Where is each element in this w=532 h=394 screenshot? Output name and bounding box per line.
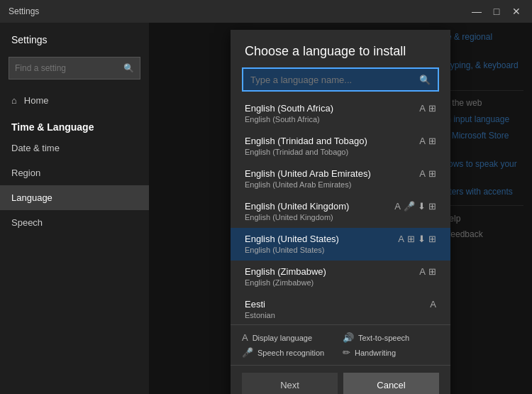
lang-icons: A🎤⬇⊞ <box>394 201 436 212</box>
modal-buttons: Next Cancel <box>231 365 450 394</box>
app-body: Settings 🔍 ⌂ Home Time & Language Date &… <box>0 23 532 394</box>
text-speech-icon: 🔊 <box>343 332 354 343</box>
lang-feature-icon: A <box>419 103 426 114</box>
lang-name: Eesti <box>245 299 265 310</box>
lang-item[interactable]: EestiAEstonian <box>231 293 450 324</box>
lang-feature-icon: ⊞ <box>428 168 436 179</box>
sidebar-header: Settings <box>0 28 149 54</box>
lang-icons: A⊞ <box>419 103 436 114</box>
lang-feature-icon: ⊞ <box>428 103 436 114</box>
lang-feature-icon: A <box>394 201 401 212</box>
lang-feature-icon: A <box>430 299 436 310</box>
sidebar: Settings 🔍 ⌂ Home Time & Language Date &… <box>0 23 149 394</box>
lang-sub: English (South Africa) <box>245 115 436 124</box>
legend-handwriting-label: Handwriting <box>355 349 396 357</box>
sidebar-home-label: Home <box>24 95 49 106</box>
home-icon: ⌂ <box>11 95 17 106</box>
maximize-button[interactable]: □ <box>489 6 504 17</box>
search-icon: 🔍 <box>123 63 134 73</box>
cancel-button[interactable]: Cancel <box>343 373 439 394</box>
lang-feature-icon: A <box>419 266 426 277</box>
sidebar-date-time-label: Date & time <box>11 143 60 153</box>
lang-feature-icon: ⊞ <box>428 201 436 212</box>
lang-item[interactable]: English (South Africa)A⊞English (South A… <box>231 97 450 130</box>
lang-sub: English (United Kingdom) <box>245 213 436 221</box>
sidebar-item-region[interactable]: Region <box>0 160 149 185</box>
legend-text-speech-label: Text-to-speech <box>358 334 409 342</box>
lang-feature-icon: ⊞ <box>428 136 436 146</box>
legend-text-speech: 🔊 Text-to-speech <box>343 332 439 343</box>
sidebar-section-time-language: Time & Language <box>0 113 149 136</box>
lang-feature-icon: A <box>398 234 404 244</box>
lang-item[interactable]: English (Zimbabwe)A⊞English (Zimbabwe) <box>231 261 450 293</box>
lang-feature-icon: ⬇ <box>418 201 426 212</box>
legend-speech-recog-label: Speech recognition <box>257 349 324 357</box>
legend-handwriting: ✏ Handwriting <box>343 347 439 358</box>
lang-sub: English (Zimbabwe) <box>245 278 436 287</box>
lang-sub: English (United States) <box>245 246 436 254</box>
lang-icons: A <box>430 299 436 310</box>
lang-item[interactable]: English (Trinidad and Tobago)A⊞English (… <box>231 130 450 163</box>
lang-item[interactable]: English (United States)A⊞⬇⊞English (Unit… <box>231 228 450 261</box>
lang-feature-icon: 🎤 <box>404 201 415 212</box>
language-list: English (South Africa)A⊞English (South A… <box>231 97 450 324</box>
lang-icons: A⊞ <box>419 266 436 277</box>
modal-search-input[interactable] <box>250 75 419 85</box>
search-input[interactable] <box>15 63 123 73</box>
lang-item[interactable]: English (United Arab Emirates)A⊞English … <box>231 163 450 195</box>
display-lang-icon: A <box>242 332 248 343</box>
lang-sub: English (Trinidad and Tobago) <box>245 148 436 156</box>
lang-icons: A⊞ <box>419 168 436 179</box>
handwriting-icon: ✏ <box>343 347 350 358</box>
legend-display-lang-label: Display language <box>253 334 312 342</box>
lang-name: English (Trinidad and Tobago) <box>245 136 367 146</box>
lang-feature-icon: ⊞ <box>407 234 415 244</box>
lang-sub: English (United Arab Emirates) <box>245 180 436 189</box>
minimize-button[interactable]: — <box>470 6 484 17</box>
legend-display-lang: A Display language <box>242 332 338 343</box>
lang-name: English (United States) <box>245 234 339 244</box>
app-title: Settings <box>9 6 470 16</box>
close-button[interactable]: ✕ <box>509 6 523 17</box>
language-install-modal: Choose a language to install 🔍 English (… <box>231 30 450 394</box>
window-controls: — □ ✕ <box>470 6 523 17</box>
lang-name: English (United Kingdom) <box>245 201 349 212</box>
sidebar-language-label: Language <box>11 192 52 203</box>
lang-feature-icon: ⊞ <box>428 234 436 244</box>
title-bar: Settings — □ ✕ <box>0 0 532 23</box>
lang-name: English (Zimbabwe) <box>245 266 326 277</box>
lang-feature-icon: ⬇ <box>418 234 426 244</box>
legend-speech-recog: 🎤 Speech recognition <box>242 347 338 358</box>
lang-feature-icon: A <box>419 136 426 146</box>
main-content: Date, time & regional formatting Spellin… <box>149 23 532 394</box>
lang-item[interactable]: English (United Kingdom)A🎤⬇⊞English (Uni… <box>231 195 450 228</box>
modal-title: Choose a language to install <box>231 30 450 67</box>
search-box[interactable]: 🔍 <box>9 57 140 80</box>
sidebar-item-language[interactable]: Language <box>0 185 149 210</box>
lang-name: English (South Africa) <box>245 103 333 114</box>
speech-recog-icon: 🎤 <box>242 347 253 358</box>
lang-icons: A⊞⬇⊞ <box>398 234 436 244</box>
lang-icons: A⊞ <box>419 136 436 146</box>
next-button[interactable]: Next <box>242 373 338 394</box>
sidebar-item-date-time[interactable]: Date & time <box>0 136 149 160</box>
legend-row: A Display language 🔊 Text-to-speech 🎤 Sp… <box>231 324 450 365</box>
lang-feature-icon: A <box>419 168 426 179</box>
lang-feature-icon: ⊞ <box>428 266 436 277</box>
sidebar-item-speech[interactable]: Speech <box>0 210 149 235</box>
modal-search-icon: 🔍 <box>419 75 431 85</box>
lang-name: English (United Arab Emirates) <box>245 168 371 179</box>
modal-overlay: Choose a language to install 🔍 English (… <box>149 23 532 394</box>
sidebar-item-home[interactable]: ⌂ Home <box>0 88 149 113</box>
modal-search-box[interactable]: 🔍 <box>242 67 439 92</box>
lang-sub: Estonian <box>245 311 436 319</box>
sidebar-region-label: Region <box>11 168 40 178</box>
sidebar-speech-label: Speech <box>11 217 43 228</box>
